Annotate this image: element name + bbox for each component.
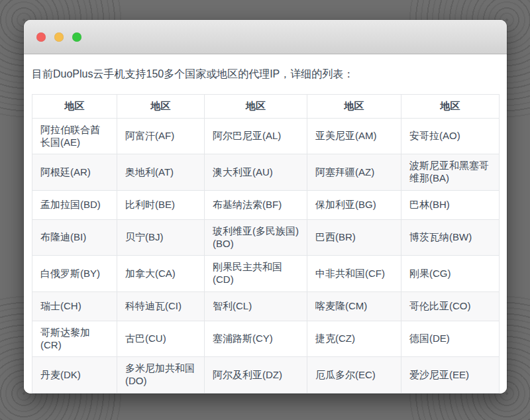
desktop-background: { "window": { "traffic_lights": { "close… [0, 0, 530, 420]
region-cell: 厄瓜多尔(EC) [307, 357, 401, 394]
region-cell: 古巴(CU) [117, 321, 205, 357]
region-cell: 奥地利(AT) [117, 154, 205, 191]
region-cell: 塞浦路斯(CY) [205, 321, 307, 357]
minimize-button[interactable] [54, 32, 64, 42]
region-cell: 爱沙尼亚(EE) [401, 357, 500, 394]
region-cell: 巴西(BR) [307, 219, 401, 256]
region-cell: 澳大利亚(AU) [205, 154, 307, 191]
region-cell: 阿尔及利亚(DZ) [205, 357, 307, 394]
window-content: 目前DuoPlus云手机支持150多个国家或地区的代理IP，详细的列表： 地区地… [24, 54, 507, 394]
table-row: 丹麦(DK)多米尼加共和国(DO)阿尔及利亚(DZ)厄瓜多尔(EC)爱沙尼亚(E… [32, 357, 500, 394]
region-cell: 阿根廷(AR) [32, 154, 117, 191]
region-cell: 中非共和国(CF) [307, 256, 401, 292]
column-header: 地区 [401, 95, 500, 119]
region-cell: 保加利亚(BG) [307, 190, 401, 219]
column-header: 地区 [117, 95, 205, 119]
window-titlebar[interactable] [24, 20, 507, 54]
region-cell: 智利(CL) [205, 291, 307, 321]
region-cell: 刚果(CG) [401, 256, 500, 292]
region-table: 地区地区地区地区地区 阿拉伯联合酋长国(AE)阿富汗(AF)阿尔巴尼亚(AL)亚… [32, 94, 500, 394]
close-button[interactable] [36, 32, 46, 42]
region-cell: 安哥拉(AO) [401, 118, 500, 154]
region-cell: 亚美尼亚(AM) [307, 118, 401, 154]
region-cell: 阿富汗(AF) [117, 118, 205, 154]
region-cell: 玻利维亚(多民族国)(BO) [205, 219, 307, 256]
region-cell: 瑞士(CH) [32, 291, 117, 321]
region-cell: 巴林(BH) [401, 190, 500, 219]
intro-text: 目前DuoPlus云手机支持150多个国家或地区的代理IP，详细的列表： [32, 66, 499, 82]
region-cell: 德国(DE) [401, 321, 500, 357]
region-cell: 布隆迪(BI) [32, 219, 117, 256]
region-cell: 喀麦隆(CM) [307, 291, 401, 321]
region-cell: 加拿大(CA) [117, 256, 205, 292]
region-cell: 布基纳法索(BF) [205, 190, 307, 219]
table-header-row: 地区地区地区地区地区 [32, 95, 500, 119]
region-cell: 哥伦比亚(CO) [401, 291, 500, 321]
region-cell: 博茨瓦纳(BW) [401, 219, 500, 256]
region-cell: 孟加拉国(BD) [32, 190, 117, 219]
table-row: 阿拉伯联合酋长国(AE)阿富汗(AF)阿尔巴尼亚(AL)亚美尼亚(AM)安哥拉(… [32, 118, 500, 154]
table-row: 阿根廷(AR)奥地利(AT)澳大利亚(AU)阿塞拜疆(AZ)波斯尼亚和黑塞哥维那… [32, 154, 500, 191]
region-cell: 阿尔巴尼亚(AL) [205, 118, 307, 154]
maximize-button[interactable] [72, 32, 81, 42]
region-cell: 多米尼加共和国(DO) [117, 357, 205, 394]
region-cell: 科特迪瓦(CI) [117, 291, 205, 321]
column-header: 地区 [32, 95, 117, 119]
table-row: 布隆迪(BI)贝宁(BJ)玻利维亚(多民族国)(BO)巴西(BR)博茨瓦纳(BW… [32, 219, 500, 256]
column-header: 地区 [205, 95, 307, 119]
region-cell: 贝宁(BJ) [117, 219, 205, 256]
region-cell: 阿拉伯联合酋长国(AE) [32, 118, 117, 154]
region-cell: 白俄罗斯(BY) [32, 256, 117, 292]
column-header: 地区 [307, 95, 401, 119]
region-cell: 捷克(CZ) [307, 321, 401, 357]
table-row: 瑞士(CH)科特迪瓦(CI)智利(CL)喀麦隆(CM)哥伦比亚(CO) [32, 291, 500, 321]
region-cell: 阿塞拜疆(AZ) [307, 154, 401, 191]
region-cell: 波斯尼亚和黑塞哥维那(BA) [401, 154, 500, 191]
table-row: 孟加拉国(BD)比利时(BE)布基纳法索(BF)保加利亚(BG)巴林(BH) [32, 190, 500, 219]
region-cell: 比利时(BE) [117, 190, 205, 219]
region-cell: 丹麦(DK) [32, 357, 117, 394]
region-cell: 哥斯达黎加(CR) [32, 321, 117, 357]
region-cell: 刚果民主共和国(CD) [205, 256, 307, 292]
table-row: 白俄罗斯(BY)加拿大(CA)刚果民主共和国(CD)中非共和国(CF)刚果(CG… [32, 256, 500, 292]
table-row: 哥斯达黎加(CR)古巴(CU)塞浦路斯(CY)捷克(CZ)德国(DE) [32, 321, 500, 357]
app-window: 目前DuoPlus云手机支持150多个国家或地区的代理IP，详细的列表： 地区地… [24, 20, 507, 394]
table-body: 阿拉伯联合酋长国(AE)阿富汗(AF)阿尔巴尼亚(AL)亚美尼亚(AM)安哥拉(… [32, 118, 500, 393]
